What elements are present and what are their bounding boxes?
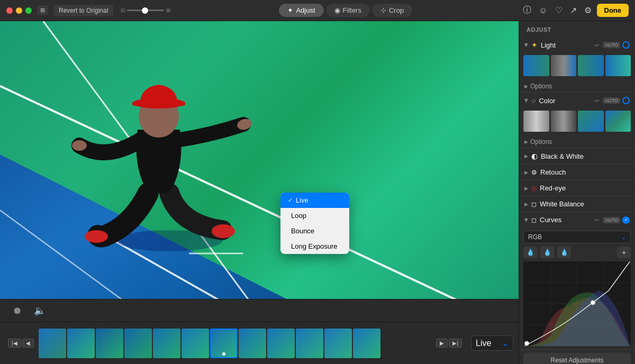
color-auto-badge[interactable]: AUTO	[603, 97, 620, 104]
section-bw-header[interactable]: ▶ ◐ Black & White	[519, 148, 635, 164]
film-thumb-3[interactable]	[96, 329, 123, 358]
transport-next[interactable]: ▶	[436, 339, 448, 348]
light-thumb-4[interactable]	[605, 55, 631, 76]
crop-icon: ⊹	[380, 6, 386, 14]
eyedrop-shadows-btn[interactable]: 💧	[523, 247, 537, 258]
retouch-arrow: ▶	[524, 170, 528, 175]
film-thumb-11[interactable]	[324, 329, 352, 358]
audio-button[interactable]: 🔈	[32, 303, 48, 319]
revert-button[interactable]: Revert to Original	[53, 5, 113, 16]
curves-toggle[interactable]: ✓	[622, 216, 630, 224]
section-color-header[interactable]: ▶ ○ Color ↩ AUTO	[519, 93, 635, 108]
curve-tools: 💧 💧 💧 +	[523, 247, 631, 258]
dropdown-item-loop[interactable]: Loop	[280, 208, 349, 223]
tab-crop[interactable]: ⊹ Crop	[372, 4, 412, 17]
zoom-slider[interactable]: ⊟ ⊞	[121, 7, 170, 13]
done-button[interactable]: Done	[597, 4, 629, 17]
record-button[interactable]: ⏺	[11, 303, 24, 319]
zoom-thumb[interactable]	[142, 7, 148, 14]
curves-content: RGB ⌄ 💧 💧 💧 +	[519, 228, 635, 349]
fullscreen-button[interactable]	[25, 7, 32, 14]
tab-filters[interactable]: ◉ Filters	[326, 4, 370, 17]
curves-svg	[523, 261, 631, 346]
window-view-button[interactable]: ⊞	[37, 5, 48, 15]
more-button[interactable]: ⚙	[582, 3, 594, 17]
light-revert-btn[interactable]: ↩	[593, 42, 601, 49]
color-toggle[interactable]	[622, 97, 630, 104]
section-bw: ▶ ◐ Black & White	[519, 148, 635, 165]
section-whitebalance: ▶ ◻ White Balance	[519, 196, 635, 212]
add-point-btn[interactable]: +	[617, 247, 631, 258]
check-icon: ✓	[288, 197, 293, 204]
zoom-track[interactable]	[127, 10, 164, 11]
light-thumb-1[interactable]	[523, 55, 549, 76]
film-thumb-6[interactable]	[182, 329, 209, 358]
section-color: ▶ ○ Color ↩ AUTO ▶ Options	[519, 93, 635, 148]
dropdown-item-live[interactable]: ✓ Live	[280, 193, 349, 208]
film-thumb-5[interactable]	[153, 329, 180, 358]
color-options-arrow: ▶	[524, 139, 528, 144]
dropdown-item-long-exposure[interactable]: Long Exposure	[280, 239, 349, 254]
section-wb-header[interactable]: ▶ ◻ White Balance	[519, 196, 635, 212]
film-thumb-8[interactable]	[239, 329, 266, 358]
light-options[interactable]: ▶ Options	[519, 80, 635, 92]
bw-icon: ◐	[531, 152, 538, 160]
svg-rect-12	[132, 102, 185, 106]
adjust-icon: ✦	[287, 6, 293, 14]
transport-left: |◀ ◀	[5, 339, 37, 348]
transport-start[interactable]: |◀	[8, 339, 21, 348]
film-thumb-4[interactable]	[124, 329, 152, 358]
titlebar-actions: ⓘ ☺ ♡ ↗ ⚙ Done	[521, 3, 629, 18]
minimize-button[interactable]	[16, 7, 22, 14]
share-button[interactable]: ↗	[568, 3, 579, 17]
dropdown-item-bounce[interactable]: Bounce	[280, 223, 349, 239]
color-arrow: ▶	[524, 99, 529, 103]
color-revert-btn[interactable]: ↩	[593, 97, 601, 104]
film-thumb-10[interactable]	[296, 329, 323, 358]
curves-graph[interactable]	[523, 261, 631, 346]
transport-prev[interactable]: ◀	[22, 339, 34, 348]
close-button[interactable]	[6, 7, 13, 14]
color-thumb-2[interactable]	[551, 111, 577, 132]
emoji-button[interactable]: ☺	[537, 4, 549, 17]
light-thumb-3[interactable]	[578, 55, 604, 76]
light-toggle[interactable]	[622, 41, 630, 49]
titlebar: ⊞ Revert to Original ⊟ ⊞ ✦ Adjust ◉ Filt…	[0, 0, 635, 21]
main-content: ✓ Live Loop Bounce Long Exposure	[0, 21, 635, 364]
light-thumb-2[interactable]	[551, 55, 577, 76]
section-redeye-header[interactable]: ▶ ◎ Red-eye	[519, 180, 635, 196]
photo-area: ✓ Live Loop Bounce Long Exposure	[0, 21, 519, 364]
color-icon: ○	[531, 96, 536, 105]
color-options[interactable]: ▶ Options	[519, 136, 635, 148]
curves-auto-badge[interactable]: AUTO	[603, 217, 620, 223]
section-retouch-header[interactable]: ▶ ⚙ Retouch	[519, 165, 635, 180]
filmstrip[interactable]: |◀ ◀	[0, 322, 519, 364]
film-thumb-1[interactable]	[39, 329, 66, 358]
color-thumb-1[interactable]	[523, 111, 549, 132]
section-curves-header[interactable]: ▶ ◻ Curves ↩ AUTO ✓	[519, 212, 635, 228]
live-mode-selector[interactable]: Live ⌄	[471, 335, 513, 351]
heart-button[interactable]: ♡	[553, 3, 565, 17]
film-thumb-7[interactable]	[210, 329, 238, 358]
color-thumb-3[interactable]	[578, 111, 604, 132]
info-button[interactable]: ⓘ	[521, 3, 533, 18]
color-thumb-4[interactable]	[605, 111, 631, 132]
wb-icon: ◻	[531, 201, 537, 208]
transport-end[interactable]: ▶|	[449, 339, 462, 348]
mode-dropdown[interactable]: ✓ Live Loop Bounce Long Exposure	[280, 193, 349, 254]
film-thumb-12[interactable]	[353, 329, 380, 358]
reset-adjustments-button[interactable]: Reset Adjustments	[523, 353, 631, 364]
rgb-channel-selector[interactable]: RGB ⌄	[523, 231, 631, 243]
eyedrop-midtones-btn[interactable]: 💧	[540, 247, 554, 258]
filmstrip-tracks	[39, 329, 432, 358]
eyedrop-highlights-btn[interactable]: 💧	[557, 247, 571, 258]
rgb-label: RGB	[528, 233, 542, 241]
photo-container[interactable]: ✓ Live Loop Bounce Long Exposure	[0, 21, 519, 299]
light-auto-badge[interactable]: AUTO	[603, 42, 620, 48]
film-thumb-2[interactable]	[67, 329, 95, 358]
section-light-header[interactable]: ▶ ✦ Light ↩ AUTO	[519, 37, 635, 53]
film-thumb-9[interactable]	[267, 329, 295, 358]
svg-point-9	[72, 140, 87, 151]
tab-adjust[interactable]: ✦ Adjust	[279, 4, 323, 17]
curves-revert-btn[interactable]: ↩	[593, 216, 601, 223]
